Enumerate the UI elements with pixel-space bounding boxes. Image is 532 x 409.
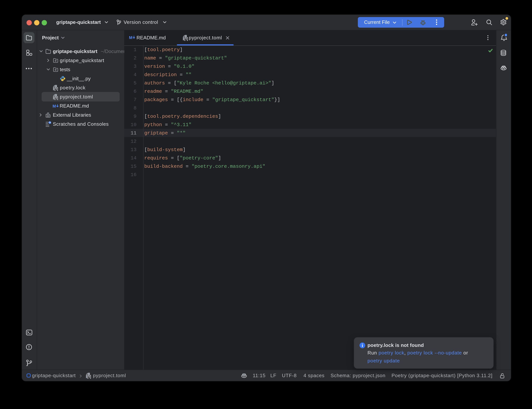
svg-text:M: M [53, 103, 56, 108]
svg-text:M: M [129, 35, 132, 40]
